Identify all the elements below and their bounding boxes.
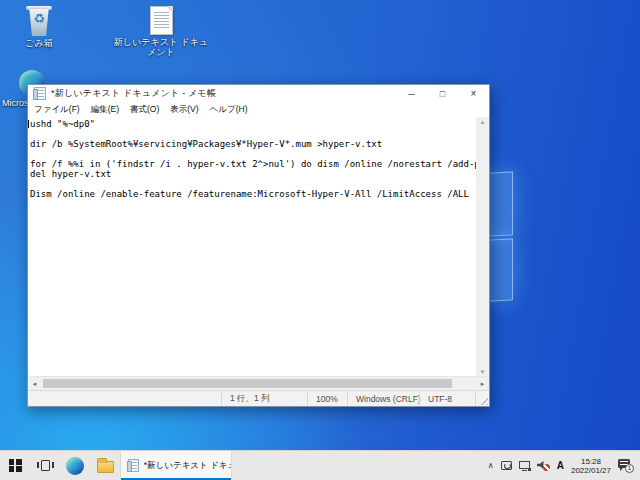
ethernet-network-icon[interactable] [519,461,530,469]
editor-line: del hyper-v.txt [30,169,476,179]
muted-speaker-icon[interactable] [537,460,550,471]
title-bar[interactable]: *新しいテキスト ドキュメント - メモ帳 ─ □ × [28,85,489,102]
display-sync-icon[interactable] [501,461,512,470]
notepad-icon [128,459,139,472]
wallpaper-logo-pane [486,171,513,236]
editor-line [30,149,476,159]
editor-line: ushd "%~dp0" [30,119,476,129]
status-encoding: UTF-8 [419,391,475,406]
action-center-icon[interactable]: 1 [618,459,633,472]
taskbar-notepad-button[interactable]: *新しいテキスト ドキュ... [120,451,232,480]
minimize-button[interactable]: ─ [396,85,427,102]
status-spacer [28,391,221,406]
editor-line: dir /b %SystemRoot%¥servicing¥Packages¥*… [30,139,476,149]
ime-mode-indicator[interactable]: A [557,460,564,471]
hidden-icons-chevron-icon[interactable]: ∧ [488,461,494,470]
recycle-bin-icon: ♻ [26,6,52,36]
horizontal-scroll-thumb[interactable] [43,379,452,388]
menu-format[interactable]: 書式(O) [130,104,159,116]
taskbar-spacer [232,451,488,480]
window-controls: ─ □ × [396,85,489,102]
editor-content: ushd "%~dp0"dir /b %SystemRoot%¥servicin… [28,117,489,376]
notepad-window: *新しいテキスト ドキュメント - メモ帳 ─ □ × ファイル(F) 編集(E… [27,84,490,407]
document-lines [154,12,169,30]
scroll-right-icon[interactable]: ▸ [476,377,489,390]
notepad-icon [34,87,46,100]
task-view-button[interactable] [30,451,60,480]
taskbar: *新しいテキスト ドキュ... ∧ A 15:28 2022/01/27 1 [0,450,640,480]
editor-line [30,129,476,139]
menu-view[interactable]: 表示(V) [170,104,198,116]
folder-icon [97,461,114,473]
file-explorer-button[interactable] [90,451,120,480]
window-title: *新しいテキスト ドキュメント - メモ帳 [51,87,216,100]
recycle-bin-label: ごみ箱 [25,38,52,48]
desktop-icon-recycle-bin[interactable]: ♻ ごみ箱 [12,6,66,48]
taskbar-clock[interactable]: 15:28 2022/01/27 [571,457,611,475]
menu-file[interactable]: ファイル(F) [34,104,80,116]
scroll-left-icon[interactable]: ◂ [28,377,41,390]
taskbar-notepad-label: *新しいテキスト ドキュ... [144,460,231,472]
scroll-down-icon[interactable]: ▾ [481,367,485,376]
editor-line: for /f %%i in ('findstr /i . hyper-v.txt… [30,159,476,169]
mute-badge [543,464,550,471]
vertical-scrollbar[interactable]: ▴ ▾ [476,117,489,376]
editor-text: ushd "%~dp0"dir /b %SystemRoot%¥servicin… [30,119,476,199]
horizontal-scrollbar[interactable]: ◂ ▸ [28,376,489,390]
system-tray: ∧ A 15:28 2022/01/27 1 [488,451,640,480]
task-view-icon [41,460,50,471]
edge-icon [66,457,84,475]
close-button[interactable]: × [458,85,489,102]
desktop: ♻ ごみ箱 新しいテキスト ドキュ メント Microsoft Edge *新し… [0,0,640,480]
wallpaper-logo-pane [486,238,513,301]
windows-logo-icon [9,459,22,472]
wallpaper-windows-logo [486,171,516,305]
editor-line: Dism /online /enable-feature /featurenam… [30,189,476,199]
resize-grip[interactable] [475,391,489,406]
text-editor[interactable]: ushd "%~dp0"dir /b %SystemRoot%¥servicin… [28,117,476,376]
scroll-up-icon[interactable]: ▴ [481,117,485,126]
recycle-symbol-icon: ♻ [26,12,52,25]
start-button[interactable] [0,451,30,480]
document-fold [167,6,173,12]
clock-date: 2022/01/27 [571,466,611,475]
clock-time: 15:28 [571,457,611,466]
horizontal-scroll-track[interactable] [41,377,476,390]
menu-bar: ファイル(F) 編集(E) 書式(O) 表示(V) ヘルプ(H) [28,102,489,117]
taskbar-edge-button[interactable] [60,451,90,480]
menu-help[interactable]: ヘルプ(H) [210,104,248,116]
maximize-button[interactable]: □ [427,85,458,102]
text-document-icon [150,6,173,35]
desktop-icon-new-text-document[interactable]: 新しいテキスト ドキュ メント [128,6,194,57]
status-cursor-position: 1 行、1 列 [221,391,307,406]
status-bar: 1 行、1 列 100% Windows (CRLF) UTF-8 [28,390,489,406]
new-text-document-label: 新しいテキスト ドキュ メント [114,37,208,57]
text-caret [28,120,29,128]
editor-line [30,179,476,189]
status-zoom-level[interactable]: 100% [307,391,347,406]
menu-edit[interactable]: 編集(E) [91,104,119,116]
status-line-ending: Windows (CRLF) [347,391,419,406]
notification-badge: 1 [625,464,634,473]
